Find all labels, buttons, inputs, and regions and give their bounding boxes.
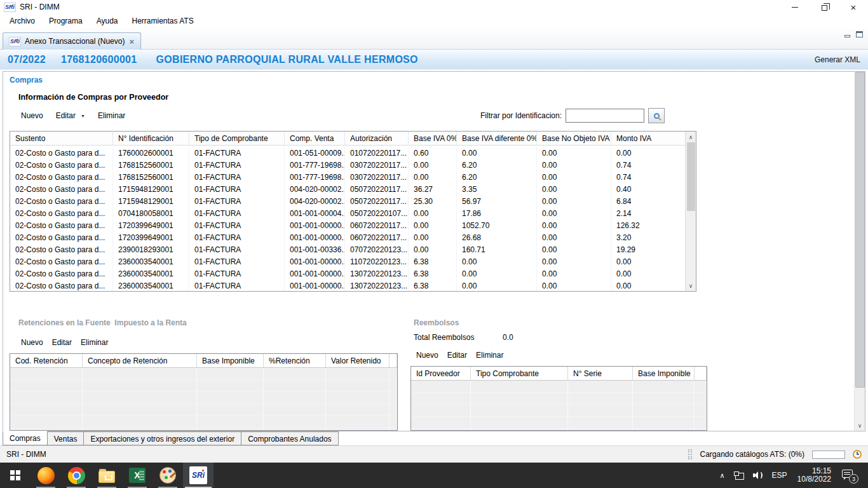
- tray-expand-icon[interactable]: ∧: [717, 463, 728, 488]
- table-row[interactable]: 02-Costo o Gasto para d...17203996490010…: [10, 232, 685, 244]
- chrome-taskbar-button[interactable]: [61, 463, 92, 488]
- sri-dimm-taskbar-button[interactable]: SRi: [183, 463, 214, 488]
- search-button[interactable]: [648, 108, 665, 123]
- column-header[interactable]: Tipo de Comprobante: [189, 132, 285, 145]
- compras-toolbar: Nuevo Editar ▼ Eliminar: [21, 111, 125, 120]
- cell: 01-FACTURA: [189, 220, 285, 232]
- column-header[interactable]: Base No Objeto IVA: [537, 132, 611, 145]
- menu-ayuda[interactable]: Ayuda: [90, 15, 125, 27]
- paint-taskbar-button[interactable]: [153, 463, 183, 488]
- table-row[interactable]: 02-Costo o Gasto para d...07041800580010…: [10, 208, 685, 220]
- nuevo-button[interactable]: Nuevo: [21, 111, 43, 120]
- reembolsos-editar-button[interactable]: Editar: [447, 351, 467, 360]
- cell: 01-FACTURA: [189, 244, 285, 256]
- table-row[interactable]: 02-Costo o Gasto para d...17681525600010…: [10, 159, 685, 172]
- cell: 001-051-00009...: [285, 147, 345, 159]
- cell: 02-Costo o Gasto para d...: [10, 280, 113, 291]
- language-indicator[interactable]: ESP: [770, 463, 790, 488]
- tab-compras[interactable]: Compras: [3, 431, 48, 445]
- close-icon: ×: [851, 3, 857, 12]
- column-header[interactable]: N° Serie: [568, 367, 633, 380]
- retenciones-editar-button[interactable]: Editar: [52, 338, 72, 347]
- file-explorer-taskbar-button[interactable]: [92, 463, 122, 488]
- retenciones-nuevo-button[interactable]: Nuevo: [21, 338, 43, 347]
- table-row[interactable]: 02-Costo o Gasto para d...17600026000010…: [10, 147, 685, 159]
- cell: 02-Costo o Gasto para d...: [10, 147, 113, 159]
- tab-exportaciones[interactable]: Exportaciones y otros ingresos del exter…: [84, 431, 241, 445]
- column-header[interactable]: Valor Retenido: [326, 354, 390, 367]
- table-row[interactable]: 02-Costo o Gasto para d...17203996490010…: [10, 220, 685, 232]
- table-row[interactable]: 02-Costo o Gasto para d...17159481290010…: [10, 184, 685, 196]
- table-row[interactable]: 02-Costo o Gasto para d...17681525600010…: [10, 172, 685, 184]
- reembolsos-nuevo-button[interactable]: Nuevo: [416, 351, 438, 360]
- network-icon[interactable]: [731, 463, 747, 488]
- tab-comprobantes-anulados[interactable]: Comprobantes Anulados: [241, 431, 338, 445]
- panel-scroll-down-icon[interactable]: ∨: [855, 420, 865, 431]
- retenciones-eliminar-button[interactable]: Eliminar: [81, 338, 108, 347]
- column-header[interactable]: Monto IVA: [611, 132, 685, 145]
- view-maximize-button[interactable]: [856, 31, 863, 37]
- start-button[interactable]: [0, 463, 31, 488]
- column-header[interactable]: Comp. Venta: [285, 132, 345, 145]
- menu-archivo[interactable]: Archivo: [3, 15, 42, 27]
- notification-button[interactable]: 3: [839, 463, 863, 488]
- tab-anexo-transaccional[interactable]: SRi Anexo Transaccional (Nuevo) ×: [3, 32, 141, 50]
- table-row[interactable]: 02-Costo o Gasto para d...23600035400010…: [10, 280, 685, 291]
- column-header[interactable]: Base IVA diferente 0%: [457, 132, 537, 145]
- cell: 050720220117...: [345, 196, 409, 208]
- speaker-icon[interactable]: [750, 463, 767, 488]
- panel-scroll-thumb[interactable]: [855, 72, 865, 388]
- table-row[interactable]: 02-Costo o Gasto para d...23900182930010…: [10, 244, 685, 256]
- menu-programa[interactable]: Programa: [42, 15, 90, 27]
- column-header[interactable]: Base IVA 0%: [409, 132, 457, 145]
- generar-xml-button[interactable]: Generar XML: [815, 55, 860, 64]
- tab-close-icon[interactable]: ×: [128, 37, 135, 46]
- column-header[interactable]: Cod. Retención: [10, 354, 83, 367]
- total-reembolsos-value: 0.0: [503, 333, 513, 342]
- panel-scrollbar[interactable]: ∨: [854, 72, 865, 431]
- excel-taskbar-button[interactable]: X: [122, 463, 153, 488]
- cell: 02-Costo o Gasto para d...: [10, 159, 113, 172]
- firefox-taskbar-button[interactable]: [31, 463, 61, 488]
- windows-icon: [10, 470, 20, 480]
- compras-table-scrollbar[interactable]: ∧ ∨: [685, 132, 696, 291]
- column-header[interactable]: Autorización: [345, 132, 409, 145]
- scroll-up-icon[interactable]: ∧: [686, 132, 696, 142]
- cell: 1715948129001: [113, 196, 189, 208]
- cell: 0.00: [611, 268, 685, 280]
- eliminar-button[interactable]: Eliminar: [98, 111, 125, 120]
- menu-herramientas-ats[interactable]: Herramientas ATS: [125, 15, 201, 27]
- reembolsos-eliminar-button[interactable]: Eliminar: [476, 351, 503, 360]
- filter-input[interactable]: [566, 109, 644, 123]
- cell: 126.32: [611, 220, 685, 232]
- cell: 0.00: [537, 244, 611, 256]
- column-header[interactable]: Concepto de Retención: [83, 354, 197, 367]
- column-header[interactable]: Sustento: [10, 132, 113, 145]
- minimize-button[interactable]: [780, 0, 810, 14]
- excel-icon: X: [129, 468, 146, 483]
- view-minimize-button[interactable]: [844, 31, 851, 37]
- scroll-down-icon[interactable]: ∨: [686, 280, 696, 291]
- table-row[interactable]: 02-Costo o Gasto para d...17159481290010…: [10, 196, 685, 208]
- tab-sri-icon: SRi: [9, 37, 21, 46]
- cell: 0.00: [457, 280, 537, 291]
- editar-dropdown-icon[interactable]: ▼: [81, 114, 85, 118]
- restore-button[interactable]: [810, 0, 839, 14]
- search-icon: [654, 113, 660, 119]
- column-header[interactable]: Base Imponible: [633, 367, 695, 380]
- table-row[interactable]: 02-Costo o Gasto para d...23600035400010…: [10, 268, 685, 280]
- cell: 2.14: [611, 208, 685, 220]
- column-header[interactable]: Tipo Comprobante: [471, 367, 568, 380]
- scroll-thumb[interactable]: [687, 142, 695, 211]
- editar-button[interactable]: Editar: [56, 111, 76, 120]
- column-header[interactable]: %Retención: [264, 354, 326, 367]
- table-row[interactable]: 02-Costo o Gasto para d...23600035400010…: [10, 256, 685, 268]
- empty-column: [264, 368, 326, 430]
- column-header[interactable]: Id Proveedor: [411, 367, 471, 380]
- close-button[interactable]: ×: [839, 0, 868, 14]
- column-header[interactable]: N° Identificación: [113, 132, 189, 145]
- column-header[interactable]: Base Imponible: [197, 354, 264, 367]
- tab-ventas[interactable]: Ventas: [48, 431, 85, 445]
- clock[interactable]: 15:15 10/8/2022: [792, 463, 836, 488]
- cell: 02-Costo o Gasto para d...: [10, 220, 113, 232]
